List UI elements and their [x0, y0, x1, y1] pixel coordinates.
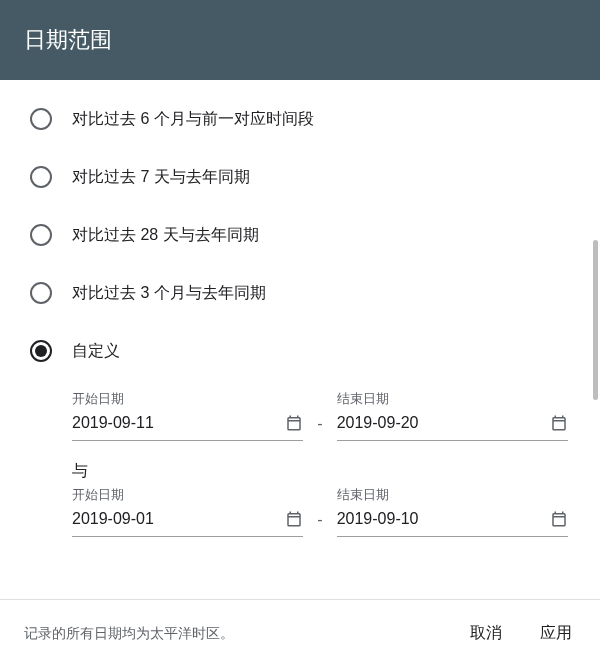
- dialog-title: 日期范围: [24, 25, 112, 55]
- start-date-field-1[interactable]: 开始日期 2019-09-11: [72, 390, 303, 441]
- range-dash: -: [317, 495, 322, 529]
- end-date-field-2[interactable]: 结束日期 2019-09-10: [337, 486, 568, 537]
- apply-button[interactable]: 应用: [536, 617, 576, 650]
- radio-icon: [30, 166, 52, 188]
- option-label: 对比过去 3 个月与去年同期: [72, 283, 266, 304]
- option-label: 对比过去 28 天与去年同期: [72, 225, 259, 246]
- range-dash: -: [317, 399, 322, 433]
- start-date-value: 2019-09-11: [72, 414, 154, 432]
- footer-actions: 取消 应用: [466, 617, 576, 650]
- option-compare-3-months-last-year[interactable]: 对比过去 3 个月与去年同期: [30, 264, 568, 322]
- end-date-field-1[interactable]: 结束日期 2019-09-20: [337, 390, 568, 441]
- radio-icon: [30, 108, 52, 130]
- option-compare-28-days-last-year[interactable]: 对比过去 28 天与去年同期: [30, 206, 568, 264]
- calendar-icon: [550, 414, 568, 432]
- cancel-button[interactable]: 取消: [466, 617, 506, 650]
- field-value-row: 2019-09-11: [72, 414, 303, 441]
- timezone-note: 记录的所有日期均为太平洋时区。: [24, 625, 466, 643]
- calendar-icon: [550, 510, 568, 528]
- radio-icon: [30, 282, 52, 304]
- end-date-value: 2019-09-20: [337, 414, 419, 432]
- calendar-icon: [285, 510, 303, 528]
- dialog-header: 日期范围: [0, 0, 600, 80]
- radio-icon: [30, 340, 52, 362]
- radio-icon: [30, 224, 52, 246]
- field-value-row: 2019-09-01: [72, 510, 303, 537]
- field-label: 开始日期: [72, 486, 303, 504]
- content-area: 对比过去 6 个月与前一对应时间段 对比过去 7 天与去年同期 对比过去 28 …: [0, 80, 600, 599]
- option-compare-6-months[interactable]: 对比过去 6 个月与前一对应时间段: [30, 90, 568, 148]
- calendar-icon: [285, 414, 303, 432]
- custom-date-section: 开始日期 2019-09-11 - 结束日期 2019-09-20 与 开始日期: [0, 390, 592, 577]
- start-date-value: 2019-09-01: [72, 510, 154, 528]
- option-label: 自定义: [72, 341, 120, 362]
- scrollbar-thumb[interactable]: [593, 240, 598, 400]
- with-label: 与: [72, 461, 568, 482]
- option-label: 对比过去 6 个月与前一对应时间段: [72, 109, 314, 130]
- dialog-footer: 记录的所有日期均为太平洋时区。 取消 应用: [0, 599, 600, 667]
- date-range-1: 开始日期 2019-09-11 - 结束日期 2019-09-20: [72, 390, 568, 441]
- field-value-row: 2019-09-10: [337, 510, 568, 537]
- field-label: 开始日期: [72, 390, 303, 408]
- end-date-value: 2019-09-10: [337, 510, 419, 528]
- field-value-row: 2019-09-20: [337, 414, 568, 441]
- field-label: 结束日期: [337, 390, 568, 408]
- start-date-field-2[interactable]: 开始日期 2019-09-01: [72, 486, 303, 537]
- field-label: 结束日期: [337, 486, 568, 504]
- option-custom[interactable]: 自定义: [30, 322, 568, 380]
- date-range-2: 开始日期 2019-09-01 - 结束日期 2019-09-10: [72, 486, 568, 537]
- option-compare-7-days-last-year[interactable]: 对比过去 7 天与去年同期: [30, 148, 568, 206]
- options-list: 对比过去 6 个月与前一对应时间段 对比过去 7 天与去年同期 对比过去 28 …: [0, 80, 592, 390]
- option-label: 对比过去 7 天与去年同期: [72, 167, 250, 188]
